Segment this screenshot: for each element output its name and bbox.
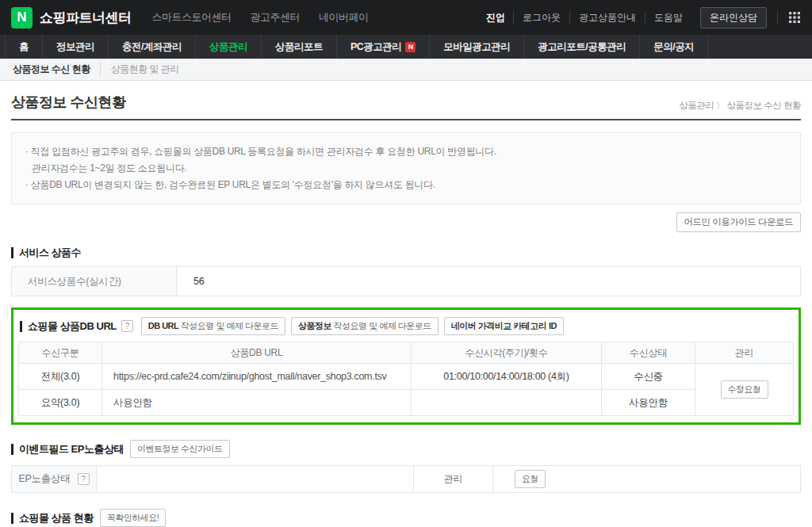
- subnav-product-receive-status[interactable]: 상품정보 수신 현황: [13, 63, 90, 76]
- notice-line: · 상품DB URL이 변경되지 않는 한, 검수완료된 EP URL은 별도의…: [25, 177, 787, 193]
- ep-request-cell: 요청: [493, 466, 801, 493]
- db-url-cell: 사용안함: [102, 390, 412, 416]
- receive-status-cell: 사용안함: [602, 390, 695, 416]
- online-consult-button[interactable]: 온라인상담: [700, 7, 767, 29]
- product-db-url-table: 수신구분 상품DB URL 수신시각(주기)/횟수 수신상태 관리 전체(3.0…: [18, 342, 794, 416]
- mall-section-title: 쇼핑몰 상품 현황: [11, 513, 94, 524]
- receive-type-cell: 요약(3.0): [19, 390, 102, 416]
- page-title: 상품정보 수신현황: [11, 93, 126, 112]
- link-smartstore-center[interactable]: 스마트스토어센터: [152, 10, 232, 25]
- manage-cell: 수정요청: [695, 364, 794, 416]
- nav-charge-account[interactable]: 충전/계좌관리: [109, 35, 196, 59]
- ep-status-label: EP노출상태 ?: [12, 466, 97, 493]
- sub-nav: 상품정보 수신 현황 상품현황 및 관리: [0, 59, 812, 81]
- table-row: EP노출상태 ? 관리 요청: [12, 466, 801, 493]
- mall-section-header: 쇼핑몰 상품 현황 꼭확인하세요!: [11, 509, 801, 527]
- breadcrumb: 상품관리 〉 상품정보 수신 현황: [679, 100, 801, 112]
- ep-status-value: [97, 466, 414, 493]
- notice-line: · 직접 입점하신 광고주의 경우, 쇼핑몰의 상품DB URL 등록요청을 하…: [25, 143, 787, 160]
- service-count-value: 56: [177, 267, 801, 296]
- receive-time-cell: 01:00/10:00/14:00/18:00 (4회): [412, 364, 602, 390]
- main-nav: 홈 정보관리 충전/계좌관리 상품관리 상품리포트 PC광고관리 N 모바일광고…: [0, 35, 812, 59]
- top-bar: N 쇼핑파트너센터 스마트스토어센터 광고주센터 네이버페이 진업 로그아웃 광…: [0, 0, 812, 35]
- nav-product-report[interactable]: 상품리포트: [262, 35, 337, 59]
- event-section-header: 이벤트필드 EP노출상태 이벤트정보 수신가이드: [11, 440, 801, 458]
- service-count-label: 서비스상품수(실시간): [12, 267, 177, 296]
- col-receive-type: 수신구분: [19, 342, 102, 364]
- page-content: 상품정보 수신현황 상품관리 〉 상품정보 수신 현황 · 직접 입점하신 광고…: [0, 81, 812, 527]
- nav-home[interactable]: 홈: [5, 35, 43, 59]
- check-this-button[interactable]: 꼭확인하세요!: [100, 509, 167, 527]
- notice-box: · 직접 입점하신 광고주의 경우, 쇼핑몰의 상품DB URL 등록요청을 하…: [11, 132, 801, 204]
- admin-guide-download-button[interactable]: 어드민 이용가이드 다운로드: [676, 212, 801, 232]
- notice-line: 관리자검수는 1~2일 정도 소요됩니다.: [25, 160, 787, 177]
- help-icon[interactable]: ?: [121, 320, 133, 332]
- product-db-url-section: 쇼핑몰 상품DB URL ? DB URL 작성요령 및 예제 다운로드 상품정…: [11, 307, 801, 425]
- brand-title[interactable]: 쇼핑파트너센터: [40, 9, 132, 27]
- nav-inquiry-notice[interactable]: 문의/공지: [640, 35, 708, 59]
- title-row: 상품정보 수신현황 상품관리 〉 상품정보 수신 현황: [11, 81, 801, 119]
- db-section-header: 쇼핑몰 상품DB URL ? DB URL 작성요령 및 예제 다운로드 상품정…: [18, 315, 794, 342]
- top-service-links: 스마트스토어센터 광고주센터 네이버페이: [152, 10, 369, 25]
- db-url-guide-download-button[interactable]: DB URL 작성요령 및 예제 다운로드: [141, 317, 285, 335]
- col-manage: 관리: [695, 342, 794, 364]
- app-launcher-grid-icon[interactable]: [777, 11, 801, 24]
- mall-product-status-section: 쇼핑몰 상품 현황 꼭확인하세요! 몰등급 등록 가능한 상품 수 최근 수신 …: [11, 509, 801, 527]
- naver-price-category-id-button[interactable]: 네이버 가격비교 카테고리 ID: [444, 317, 564, 335]
- service-count-section: 서비스 상품수 서비스상품수(실시간) 56: [11, 247, 801, 296]
- col-receive-time: 수신시각(주기)/횟수: [412, 342, 602, 364]
- nav-product-mgmt[interactable]: 상품관리: [196, 35, 262, 59]
- admin-guide-row: 어드민 이용가이드 다운로드: [11, 212, 801, 232]
- top-right-menu: 진업 로그아웃 광고상품안내 도움말 온라인상담: [478, 7, 801, 29]
- db-url-cell: https://ec-prd.cafe24.com/ziinup/ghost_m…: [102, 364, 412, 390]
- db-section-title: 쇼핑몰 상품DB URL ?: [20, 320, 133, 332]
- table-row: 요약(3.0) 사용안함 사용안함: [19, 390, 794, 416]
- table-row: 서비스상품수(실시간) 56: [12, 267, 801, 296]
- nav-info-mgmt[interactable]: 정보관리: [43, 35, 109, 59]
- link-ad-center[interactable]: 광고주센터: [251, 10, 301, 25]
- ep-status-table: EP노출상태 ? 관리 요청: [11, 465, 801, 493]
- col-db-url: 상품DB URL: [102, 342, 412, 364]
- receive-time-cell: [412, 390, 602, 416]
- nav-mobile-ad-mgmt[interactable]: 모바일광고관리: [430, 35, 524, 59]
- service-count-title: 서비스 상품수: [11, 247, 801, 258]
- modify-request-button[interactable]: 수정요청: [721, 380, 768, 399]
- col-receive-status: 수신상태: [602, 342, 695, 364]
- nav-ad-report-common[interactable]: 광고리포트/공통관리: [524, 35, 640, 59]
- naver-logo-icon[interactable]: N: [11, 7, 33, 29]
- receive-status-cell: 수신중: [602, 364, 695, 390]
- help-link[interactable]: 도움말: [645, 11, 691, 25]
- table-header-row: 수신구분 상품DB URL 수신시각(주기)/횟수 수신상태 관리: [19, 342, 794, 364]
- title-divider: [11, 119, 801, 120]
- event-ep-section: 이벤트필드 EP노출상태 이벤트정보 수신가이드 EP노출상태 ? 관리 요청: [11, 440, 801, 493]
- table-row: 전체(3.0) https://ec-prd.cafe24.com/ziinup…: [19, 364, 794, 390]
- service-count-table: 서비스상품수(실시간) 56: [11, 266, 801, 296]
- event-info-guide-button[interactable]: 이벤트정보 수신가이드: [130, 440, 230, 458]
- link-naverpay[interactable]: 네이버페이: [319, 10, 369, 25]
- receive-type-cell: 전체(3.0): [19, 364, 102, 390]
- ad-product-guide-link[interactable]: 광고상품안내: [569, 11, 645, 25]
- ep-manage-label: 관리: [414, 466, 493, 493]
- nav-pc-ad-mgmt[interactable]: PC광고관리 N: [337, 35, 430, 59]
- product-info-guide-download-button[interactable]: 상품정보 작성요령 및 예제 다운로드: [291, 317, 439, 335]
- request-button[interactable]: 요청: [515, 470, 546, 488]
- logout-link[interactable]: 로그아웃: [513, 11, 569, 25]
- subnav-product-status-mgmt[interactable]: 상품현황 및 관리: [100, 63, 179, 76]
- new-badge: N: [405, 42, 416, 52]
- event-section-title: 이벤트필드 EP노출상태: [11, 444, 124, 455]
- help-icon[interactable]: ?: [78, 473, 90, 485]
- user-name: 진업: [478, 11, 513, 25]
